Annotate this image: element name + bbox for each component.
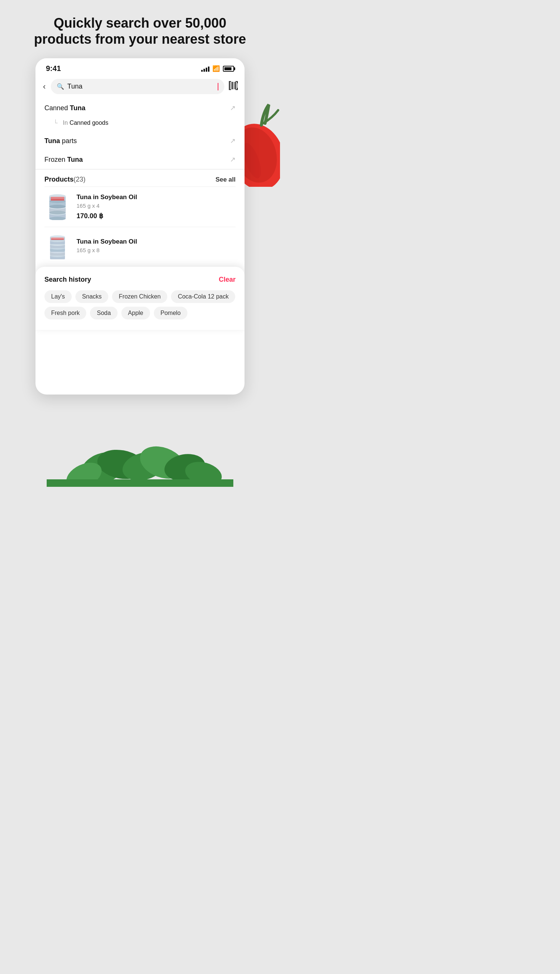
product-name-1: Tuna in Soybean Oil xyxy=(77,194,235,201)
svg-rect-37 xyxy=(51,197,64,200)
product-info-2: Tuna in Soybean Oil 165 g x 8 xyxy=(77,238,235,256)
products-title: Products(23) xyxy=(45,175,85,184)
search-input-wrapper[interactable]: 🔍 Tuna xyxy=(51,79,224,94)
suggestion-canned-tuna[interactable]: Canned Tuna ↗ xyxy=(35,99,245,117)
suggestion-tuna-parts[interactable]: Tuna parts ↗ xyxy=(35,132,245,150)
svg-rect-52 xyxy=(51,238,64,239)
suggestion-frozen-tuna[interactable]: Frozen Tuna ↗ xyxy=(35,150,245,169)
product-image-1 xyxy=(45,194,70,220)
svg-rect-38 xyxy=(51,198,64,199)
suggestion-in-canned-goods[interactable]: └ In Canned goods xyxy=(35,117,245,132)
history-tag[interactable]: Pomelo xyxy=(154,307,187,319)
suggestion-arrow-icon-2: ↗ xyxy=(230,137,235,145)
text-cursor xyxy=(218,83,218,90)
search-query-text: Tuna xyxy=(67,83,214,90)
svg-rect-18 xyxy=(229,81,230,83)
search-icon: 🔍 xyxy=(57,83,64,90)
search-bar-row: ‹ 🔍 Tuna xyxy=(35,76,245,99)
sub-canned-goods-text: In Canned goods xyxy=(63,120,108,126)
product-size-1: 165 g x 4 xyxy=(77,202,235,209)
history-header: Search history Clear xyxy=(45,276,235,284)
svg-rect-24 xyxy=(237,88,238,90)
svg-rect-14 xyxy=(234,82,235,89)
history-tags-container: Lay'sSnacksFrozen ChickenCoca-Cola 12 pa… xyxy=(45,290,235,319)
basil-decoration xyxy=(47,438,233,487)
status-bar: 9:41 📶 xyxy=(35,58,245,76)
suggestion-tuna-parts-text: Tuna parts xyxy=(45,137,226,145)
svg-point-30 xyxy=(49,211,66,214)
product-info-1: Tuna in Soybean Oil 165 g x 4 170.00 ฿ xyxy=(77,194,235,220)
svg-rect-15 xyxy=(235,82,236,89)
history-tag[interactable]: Fresh pork xyxy=(45,307,86,319)
product-name-2: Tuna in Soybean Oil xyxy=(77,238,235,246)
product-price-1: 170.00 ฿ xyxy=(77,212,235,220)
svg-rect-10 xyxy=(47,479,233,487)
product-size-2: 165 g x 8 xyxy=(77,247,235,253)
status-icons: 📶 xyxy=(201,65,234,72)
suggestion-canned-tuna-text: Canned Tuna xyxy=(45,104,226,112)
back-button[interactable]: ‹ xyxy=(42,80,47,93)
history-tag[interactable]: Soda xyxy=(90,307,117,319)
battery-icon xyxy=(223,66,234,72)
svg-rect-20 xyxy=(237,81,238,83)
history-tag[interactable]: Lay's xyxy=(45,290,72,303)
product-item-1[interactable]: Tuna in Soybean Oil 165 g x 4 170.00 ฿ xyxy=(35,187,245,227)
status-time: 9:41 xyxy=(46,64,61,73)
headline: Quickly search over 50,000 products from… xyxy=(28,15,252,47)
suggestions-list: Canned Tuna ↗ └ In Canned goods Tuna par… xyxy=(35,99,245,169)
suggestion-arrow-icon-3: ↗ xyxy=(230,155,235,164)
history-tag[interactable]: Snacks xyxy=(75,290,108,303)
suggestion-arrow-icon: ↗ xyxy=(230,104,235,112)
history-title: Search history xyxy=(45,276,91,284)
sub-arrow-icon: └ xyxy=(53,120,57,126)
wifi-icon: 📶 xyxy=(212,65,220,72)
svg-rect-22 xyxy=(229,88,230,90)
barcode-button[interactable] xyxy=(228,80,238,93)
product-item-2[interactable]: Tuna in Soybean Oil 165 g x 8 xyxy=(35,227,245,267)
search-history-panel: Search history Clear Lay'sSnacksFrozen C… xyxy=(35,267,245,330)
history-tag[interactable]: Coca-Cola 12 pack xyxy=(171,290,235,303)
see-all-button[interactable]: See all xyxy=(215,176,235,184)
suggestion-frozen-tuna-text: Frozen Tuna xyxy=(45,156,226,164)
history-tag[interactable]: Frozen Chicken xyxy=(112,290,167,303)
svg-rect-12 xyxy=(231,82,232,89)
phone-mockup: 9:41 📶 ‹ 🔍 Tuna xyxy=(35,58,245,394)
svg-point-33 xyxy=(49,205,66,209)
product-image-2 xyxy=(45,234,70,260)
svg-rect-13 xyxy=(232,82,233,89)
products-header: Products(23) See all xyxy=(35,169,245,186)
history-tag[interactable]: Apple xyxy=(121,307,150,319)
clear-history-button[interactable]: Clear xyxy=(219,276,235,284)
signal-icon xyxy=(201,66,210,72)
